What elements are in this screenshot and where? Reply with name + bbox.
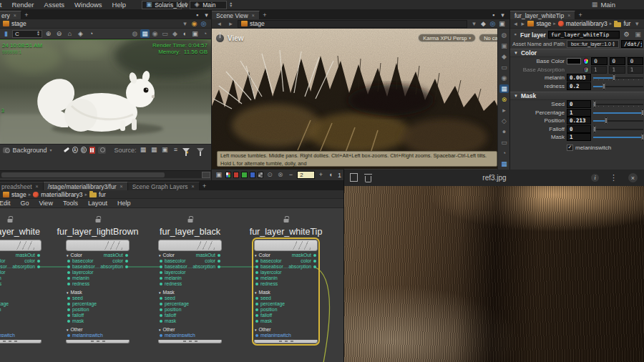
position-slider[interactable] xyxy=(593,117,643,124)
port-dot[interactable] xyxy=(67,277,70,280)
zoom-in-icon[interactable]: ⊕ xyxy=(44,29,53,38)
zoom-out-icon[interactable]: ⊖ xyxy=(54,29,64,38)
pane-maximize-icon[interactable]: ▪ xyxy=(489,11,498,19)
port-dot[interactable] xyxy=(67,271,70,274)
port-dot[interactable] xyxy=(125,254,128,257)
node-fur-layer-whitetip[interactable]: fur_layer_whiteTip ▾Color basecolor base… xyxy=(254,240,318,343)
camera-icon[interactable]: ▣ xyxy=(499,41,509,50)
zoom-out-button[interactable]: − xyxy=(287,171,296,180)
node-body[interactable] xyxy=(0,240,42,251)
input-port[interactable]: seed xyxy=(158,295,222,301)
port-dot[interactable] xyxy=(160,297,162,300)
filter-star-icon[interactable]: ★ xyxy=(182,148,190,152)
port-dot[interactable] xyxy=(67,260,70,263)
camera-icon[interactable] xyxy=(3,147,9,153)
breadcrumb-stage[interactable]: stage xyxy=(527,20,551,27)
input-port[interactable]: layercolor xyxy=(66,270,130,275)
render-view-tab[interactable]: ery× xyxy=(0,11,21,19)
menu-view[interactable]: View xyxy=(39,200,53,207)
output-port[interactable]: absorption xyxy=(192,264,220,270)
home-view-icon[interactable]: ⌂ xyxy=(65,29,74,38)
mask-slider[interactable] xyxy=(593,134,643,140)
port-group-mask[interactable]: ▾Mask xyxy=(158,290,222,295)
scene-graph-layers-tab[interactable]: Scene Graph Layers× xyxy=(128,182,200,190)
background-dropdown-icon[interactable]: ▾ xyxy=(49,147,52,152)
base-absorption-g[interactable]: 1 xyxy=(609,66,625,74)
filter-off-icon[interactable] xyxy=(197,148,204,152)
close-tab-icon[interactable]: × xyxy=(567,13,570,18)
port-dot[interactable] xyxy=(125,260,128,263)
display-mode-icon[interactable]: ▦ xyxy=(499,84,509,93)
menu-tools[interactable]: Tools xyxy=(63,200,78,207)
b-channel-icon[interactable]: B xyxy=(81,147,87,153)
info-icon[interactable]: ◔ xyxy=(499,149,509,157)
color-wheel-icon[interactable] xyxy=(583,58,589,64)
seed-field[interactable]: 0 xyxy=(567,100,591,108)
port-dot[interactable] xyxy=(255,260,258,263)
menu-layout[interactable]: Layout xyxy=(88,200,107,207)
port-dot[interactable] xyxy=(67,314,70,317)
color-wheel-icon[interactable] xyxy=(583,67,589,73)
node-title[interactable]: fur_layer_black xyxy=(160,227,220,237)
forward-icon[interactable]: ▸ xyxy=(520,19,525,28)
ab-compare-icon[interactable] xyxy=(89,147,96,154)
port-dot[interactable] xyxy=(255,277,258,280)
breadcrumb-materiallibrary[interactable]: materiallibrary3 xyxy=(33,191,82,198)
input-port[interactable]: melaninswitch xyxy=(0,333,42,338)
zoom-level-field[interactable]: 2 xyxy=(297,171,314,179)
menu-windows[interactable]: Windows xyxy=(74,1,102,9)
input-port[interactable]: melanin xyxy=(254,275,318,281)
output-port[interactable]: color xyxy=(100,258,128,264)
falloff-field[interactable]: 0 xyxy=(567,125,591,133)
input-port[interactable]: mask xyxy=(158,318,222,324)
input-port[interactable]: percentage xyxy=(0,301,42,307)
port-dot[interactable] xyxy=(160,308,162,311)
hydra-icon[interactable]: ◉ xyxy=(190,19,199,28)
network-path-tab[interactable]: /stage/materiallibrary3/fur× xyxy=(44,182,128,190)
port-dot[interactable] xyxy=(255,320,258,323)
redness-field[interactable]: 0.2 xyxy=(567,82,591,90)
menu-go[interactable]: Go xyxy=(21,200,29,207)
input-port[interactable]: falloff xyxy=(0,313,42,318)
port-dot[interactable] xyxy=(67,308,70,311)
breadcrumb-fur[interactable]: fur xyxy=(614,20,630,27)
back-icon[interactable]: ◂ xyxy=(513,19,518,28)
menu-edit[interactable]: Edit xyxy=(0,1,1,9)
scene-selector[interactable]: ◈Main xyxy=(190,1,227,9)
base-absorption-b[interactable]: 1 xyxy=(628,66,643,74)
node-body[interactable] xyxy=(66,240,130,251)
zoom-in-button[interactable]: + xyxy=(317,171,326,180)
scrollbar-endbox[interactable] xyxy=(202,172,210,178)
close-icon[interactable]: × xyxy=(628,173,638,182)
port-dot[interactable] xyxy=(218,265,220,268)
contrast-icon[interactable]: ◐ xyxy=(180,29,190,38)
position-field[interactable]: 0.213 xyxy=(567,117,591,124)
input-port[interactable]: layercolor xyxy=(0,270,42,275)
input-port[interactable]: melanin xyxy=(158,275,222,281)
base-absorption-r[interactable]: 1 xyxy=(591,66,607,74)
breadcrumb-stage[interactable]: stage xyxy=(238,20,467,28)
trash-icon[interactable] xyxy=(365,176,371,182)
node-title[interactable]: fur_layer_white xyxy=(0,227,40,237)
menu-edit[interactable]: Edit xyxy=(0,200,11,207)
params-tab[interactable]: fur_layer_whiteTip× xyxy=(510,11,575,19)
port-dot[interactable] xyxy=(160,314,162,317)
image-icon[interactable]: ▭ xyxy=(499,138,509,147)
redness-slider[interactable] xyxy=(593,83,643,89)
node-title[interactable]: fur_layer_lightBrown xyxy=(57,227,139,237)
port-dot[interactable] xyxy=(160,277,162,280)
port-group-mask[interactable]: ▾Mask xyxy=(66,290,130,295)
scene-spinner[interactable]: ▴▾ xyxy=(230,2,232,7)
port-dot[interactable] xyxy=(313,254,316,257)
port-dot[interactable] xyxy=(37,254,40,257)
brush-icon[interactable]: ◆ xyxy=(499,52,509,61)
pane-icon[interactable]: ▣ xyxy=(497,19,507,28)
brush-icon[interactable] xyxy=(64,147,69,152)
input-port[interactable]: redness xyxy=(0,281,42,287)
input-port[interactable]: melanin xyxy=(66,275,130,281)
alpha-channel-swatch[interactable] xyxy=(258,172,263,178)
gear-icon[interactable]: ⚙ xyxy=(622,31,631,39)
color-section-header[interactable]: ▼Color xyxy=(510,49,644,57)
base-color-swatch[interactable] xyxy=(567,58,581,64)
snapshot-camera-icon[interactable] xyxy=(98,147,105,154)
